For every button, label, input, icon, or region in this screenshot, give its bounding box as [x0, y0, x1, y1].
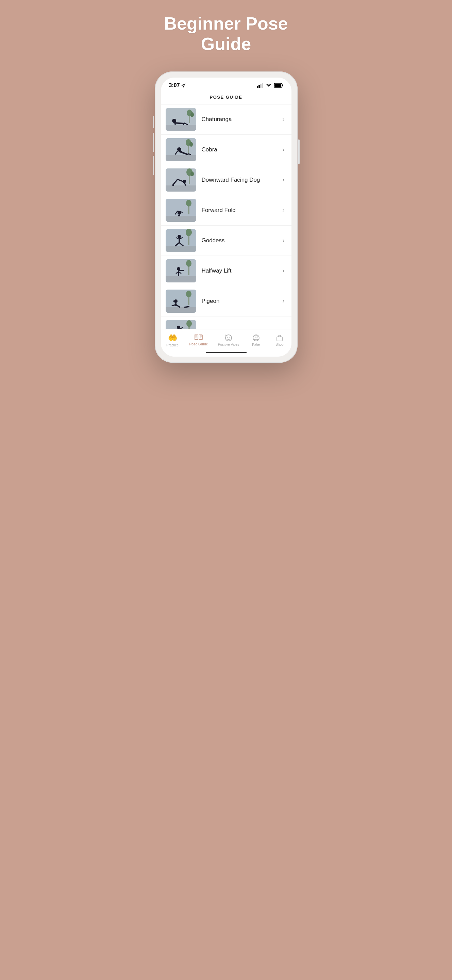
- svg-rect-108: [200, 336, 202, 336]
- nav-item-shop[interactable]: Shop: [270, 333, 290, 348]
- svg-rect-3: [260, 84, 262, 88]
- time-display: 3:07: [169, 82, 180, 89]
- cobra-illustration: [166, 138, 196, 161]
- nav-label-positive-vibes: Positive Vibes: [218, 343, 239, 347]
- pose-thumb-halfway: [166, 259, 196, 282]
- svg-point-111: [225, 335, 232, 341]
- pose-thumb-pigeon: [166, 290, 196, 313]
- svg-rect-4: [262, 83, 263, 88]
- status-icons: [257, 83, 283, 88]
- nav-item-pose-guide[interactable]: Pose Guide: [186, 333, 211, 347]
- svg-line-27: [188, 154, 191, 154]
- pose-name-halfway: Halfway Lift: [202, 267, 280, 274]
- status-bar: 3:07: [161, 78, 292, 91]
- chaturanga-illustration: [166, 108, 196, 131]
- pigeon-illustration: [166, 290, 196, 313]
- svg-point-50: [186, 229, 192, 236]
- svg-rect-7: [274, 84, 281, 87]
- volume-down-button: [153, 156, 154, 175]
- pose-name-cobra: Cobra: [202, 146, 280, 153]
- nav-item-positive-vibes[interactable]: Positive Vibes: [215, 333, 243, 348]
- svg-point-113: [229, 337, 230, 337]
- nav-label-shop: Shop: [276, 343, 283, 347]
- location-icon: [181, 83, 186, 88]
- pose-item-halfway-lift[interactable]: Halfway Lift ›: [161, 256, 292, 286]
- svg-rect-1: [257, 86, 258, 88]
- bottom-nav: 🤲 Practice Pose Guide: [161, 329, 292, 350]
- pose-item-forward-fold[interactable]: Forward Fold ›: [161, 195, 292, 226]
- home-bar: [206, 352, 247, 353]
- chevron-pigeon: ›: [282, 298, 285, 305]
- practice-icon: 🤲: [168, 334, 177, 342]
- svg-rect-41: [166, 216, 196, 222]
- svg-rect-32: [166, 185, 196, 192]
- pose-item-chaturanga[interactable]: Chaturanga ›: [161, 105, 292, 135]
- svg-point-52: [178, 235, 181, 238]
- svg-line-76: [184, 307, 189, 307]
- svg-rect-106: [195, 337, 197, 338]
- pose-thumb-goddess: [166, 229, 196, 252]
- svg-rect-61: [166, 276, 196, 282]
- svg-marker-0: [182, 84, 185, 87]
- nav-item-practice[interactable]: 🤲 Practice: [162, 332, 182, 348]
- katie-icon: [252, 334, 260, 342]
- forward-fold-illustration: [166, 199, 196, 222]
- pose-thumb-cobra: [166, 138, 196, 161]
- nav-label-katie: Katie: [252, 343, 260, 347]
- svg-point-31: [190, 172, 194, 176]
- svg-rect-2: [259, 85, 260, 88]
- pose-thumb-chaturanga: [166, 108, 196, 131]
- chevron-cobra: ›: [282, 146, 285, 153]
- pose-item-pigeon[interactable]: Pigeon ›: [161, 286, 292, 317]
- status-time: 3:07: [169, 82, 186, 89]
- svg-point-60: [186, 260, 192, 267]
- svg-point-112: [227, 337, 228, 337]
- battery-icon: [274, 83, 283, 88]
- halfway-illustration: [166, 259, 196, 282]
- pose-item-side-angle[interactable]: Side Angle ›: [161, 317, 292, 329]
- svg-point-21: [189, 142, 193, 147]
- chevron-chaturanga: ›: [282, 116, 285, 123]
- downdog-illustration: [166, 169, 196, 192]
- pose-guide-icon: [195, 334, 203, 341]
- svg-rect-104: [195, 336, 197, 336]
- svg-point-40: [186, 200, 192, 207]
- svg-rect-109: [200, 337, 202, 337]
- nav-item-katie[interactable]: Katie: [246, 333, 266, 348]
- pose-item-goddess[interactable]: Goddess ›: [161, 226, 292, 256]
- home-indicator: [161, 350, 292, 356]
- svg-rect-110: [200, 337, 201, 338]
- svg-point-11: [190, 112, 194, 117]
- pose-item-downward-facing-dog[interactable]: Downward Facing Dog ›: [161, 165, 292, 195]
- power-button: [298, 140, 300, 164]
- shop-icon: [276, 334, 283, 342]
- svg-rect-51: [166, 246, 196, 252]
- pose-thumb-side-angle: [166, 320, 196, 329]
- svg-point-115: [255, 336, 257, 338]
- nav-label-practice: Practice: [166, 343, 179, 347]
- page-title: Beginner PoseGuide: [164, 14, 288, 54]
- svg-point-35: [182, 180, 186, 183]
- signal-icon: [257, 83, 263, 88]
- svg-rect-6: [282, 84, 283, 86]
- chevron-forward-fold: ›: [282, 207, 285, 214]
- svg-rect-105: [195, 337, 197, 337]
- phone-shell: 3:07: [155, 72, 298, 363]
- volume-up-button: [153, 133, 154, 152]
- pose-name-goddess: Goddess: [202, 237, 280, 244]
- pose-guide-header: POSE GUIDE: [210, 95, 243, 100]
- svg-point-79: [186, 320, 192, 327]
- side-angle-illustration: [166, 320, 196, 329]
- pose-thumb-downdog: [166, 169, 196, 192]
- wifi-icon: [266, 83, 272, 88]
- phone-screen: 3:07: [161, 78, 292, 356]
- pose-list[interactable]: Chaturanga ›: [161, 105, 292, 329]
- svg-point-69: [186, 291, 192, 298]
- svg-rect-12: [166, 125, 196, 131]
- pose-name-forward-fold: Forward Fold: [202, 207, 280, 214]
- app-header: POSE GUIDE: [161, 91, 292, 105]
- pose-name-downdog: Downward Facing Dog: [202, 177, 280, 183]
- pose-item-cobra[interactable]: Cobra ›: [161, 135, 292, 165]
- chevron-downdog: ›: [282, 176, 285, 183]
- pose-thumb-forward-fold: [166, 199, 196, 222]
